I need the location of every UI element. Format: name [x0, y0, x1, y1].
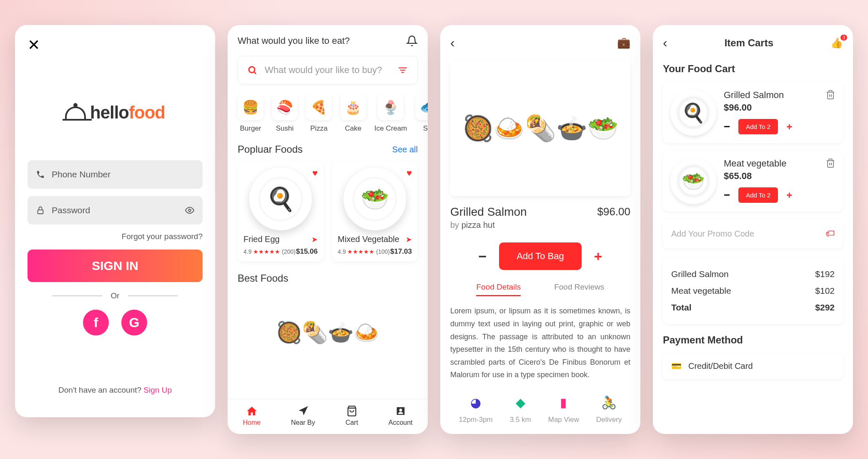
total-label: Meat vegetable	[671, 286, 731, 296]
no-account-label: Don't have an account?	[58, 386, 143, 394]
home-screen: What would you like to eat? What would y…	[228, 25, 428, 434]
nav-home[interactable]: Home	[243, 405, 261, 426]
cart-item-price: $96.00	[724, 102, 835, 113]
tab-food-details[interactable]: Food Details	[476, 282, 521, 296]
stat-time[interactable]: ◕ 12pm-3pm	[459, 394, 492, 424]
category-pizza[interactable]: 🍕 Pizza	[306, 94, 332, 133]
food-card[interactable]: ♥ 🥗 Mixed Vegetable ➤ 4.9 ★★★★★ (100) $1…	[332, 162, 418, 262]
password-field[interactable]: Password	[28, 196, 203, 224]
nav-home-label: Home	[243, 419, 261, 426]
thumb-icon[interactable]: 👍3	[830, 37, 843, 49]
back-icon[interactable]: ‹	[450, 35, 455, 50]
badge-count: 3	[840, 35, 847, 40]
stat-map[interactable]: ▮ Map View	[548, 394, 579, 424]
promo-input[interactable]: Add Your Promo Code 🏷	[663, 219, 843, 248]
password-placeholder: Password	[52, 205, 178, 215]
best-foods-image[interactable]: 🥘🌯🍲🍛	[238, 291, 418, 374]
close-icon[interactable]: ✕	[28, 38, 203, 53]
quantity-row: − Add To Bag +	[450, 242, 630, 270]
heart-icon[interactable]: ♥	[406, 168, 412, 179]
minus-button[interactable]: −	[724, 189, 730, 202]
cart-title: Item Carts	[725, 37, 773, 49]
category-icon: 🍣	[272, 94, 298, 120]
nav-cart[interactable]: Cart	[346, 405, 358, 426]
add-to-button[interactable]: Add To 2	[738, 187, 778, 203]
food-card[interactable]: ♥ 🍳 Fried Egg ➤ 4.9 ★★★★★ (200) $15.06	[238, 162, 324, 262]
category-sushi[interactable]: 🍣 Sushi	[272, 94, 298, 133]
nav-account[interactable]: Account	[389, 405, 413, 426]
category-label: Sof	[423, 124, 428, 133]
nearby-icon	[297, 405, 309, 417]
filter-icon[interactable]	[397, 65, 408, 76]
category-row[interactable]: 🍔 Burger 🍣 Sushi 🍕 Pizza 🎂 Cake 🍨 Ice Cr…	[228, 94, 428, 133]
account-icon	[395, 405, 406, 417]
lock-icon	[36, 206, 45, 215]
plus-button[interactable]: +	[786, 189, 792, 201]
google-button[interactable]: G	[121, 310, 147, 335]
eye-icon[interactable]	[185, 206, 194, 215]
cart-item-price: $65.08	[724, 171, 835, 182]
nav-cart-label: Cart	[346, 419, 358, 426]
forgot-password-link[interactable]: Forgot your password?	[28, 232, 203, 241]
category-burger[interactable]: 🍔 Burger	[238, 94, 263, 133]
total-label: Total	[671, 303, 692, 313]
login-screen: ✕ hellofood Phone Number Password Forgot…	[15, 25, 215, 417]
phone-placeholder: Phone Number	[52, 169, 194, 179]
svg-rect-0	[38, 210, 43, 214]
add-to-bag-button[interactable]: Add To Bag	[499, 242, 581, 270]
bike-icon: 🚴	[601, 394, 617, 411]
signin-button[interactable]: SIGN IN	[28, 250, 203, 282]
facebook-button[interactable]: f	[83, 310, 109, 335]
svg-point-1	[188, 209, 191, 212]
card-icon: 💳	[671, 361, 682, 371]
nav-nearby[interactable]: Near By	[291, 405, 315, 426]
cart-item-name: Grilled Salmon	[724, 90, 835, 101]
plus-button[interactable]: +	[786, 121, 792, 133]
detail-tabs: Food Details Food Reviews	[450, 282, 630, 296]
payment-method-heading: Payment Method	[663, 334, 843, 346]
cart-screen: ‹ Item Carts 👍3 Your Food Cart 🍳 Grilled…	[653, 25, 853, 434]
tag-icon: 🏷	[825, 228, 835, 239]
back-icon[interactable]: ‹	[663, 35, 667, 50]
logo-orange: food	[129, 103, 165, 122]
home-icon	[246, 405, 258, 417]
category-label: Sushi	[276, 124, 294, 133]
tab-food-reviews[interactable]: Food Reviews	[554, 282, 604, 296]
nav-nearby-label: Near By	[291, 419, 315, 426]
stat-delivery[interactable]: 🚴 Delivery	[596, 394, 622, 424]
cart-item: 🍳 Grilled Salmon $96.00 − Add To 2 +	[663, 82, 843, 143]
plus-button[interactable]: +	[594, 248, 602, 265]
search-input[interactable]: What would your like to buy?	[238, 56, 418, 84]
category-icon: 🍔	[238, 94, 263, 120]
or-divider: Or	[53, 291, 178, 300]
map-icon: ▮	[555, 394, 572, 411]
category-label: Cake	[345, 124, 361, 133]
bell-icon[interactable]	[406, 35, 418, 47]
rating: 4.9 ★★★★★ (100)	[338, 248, 390, 255]
phone-field[interactable]: Phone Number	[28, 160, 203, 189]
heart-icon[interactable]: ♥	[312, 168, 318, 179]
minus-button[interactable]: −	[724, 120, 730, 133]
category-cake[interactable]: 🎂 Cake	[340, 94, 366, 133]
briefcase-icon[interactable]: 💼	[617, 36, 630, 49]
rating: 4.9 ★★★★★ (200)	[243, 248, 296, 255]
see-all-link[interactable]: See all	[392, 145, 418, 154]
stat-distance[interactable]: ◆ 3.5 km	[510, 394, 531, 424]
nav-arrow-icon[interactable]: ➤	[406, 235, 412, 244]
nav-arrow-icon[interactable]: ➤	[311, 235, 318, 244]
minus-button[interactable]: −	[478, 248, 487, 265]
trash-icon[interactable]	[825, 158, 835, 168]
food-image: 🥗	[338, 168, 412, 230]
your-cart-heading: Your Food Cart	[663, 63, 843, 75]
food-card-title: Mixed Vegetable	[338, 235, 399, 244]
add-to-button[interactable]: Add To 2	[738, 119, 778, 134]
popular-cards: ♥ 🍳 Fried Egg ➤ 4.9 ★★★★★ (200) $15.06 ♥…	[228, 162, 428, 262]
category-sof[interactable]: 🐟 Sof	[415, 94, 428, 133]
signup-link[interactable]: Sign Up	[143, 386, 172, 394]
total-row: Meat vegetable $102	[671, 282, 835, 299]
trash-icon[interactable]	[825, 90, 835, 100]
category-ice cream[interactable]: 🍨 Ice Cream	[374, 94, 407, 133]
payment-card-option[interactable]: 💳 Credit/Debit Card	[663, 353, 843, 379]
category-icon: 🍨	[378, 94, 404, 120]
category-label: Burger	[240, 124, 261, 133]
